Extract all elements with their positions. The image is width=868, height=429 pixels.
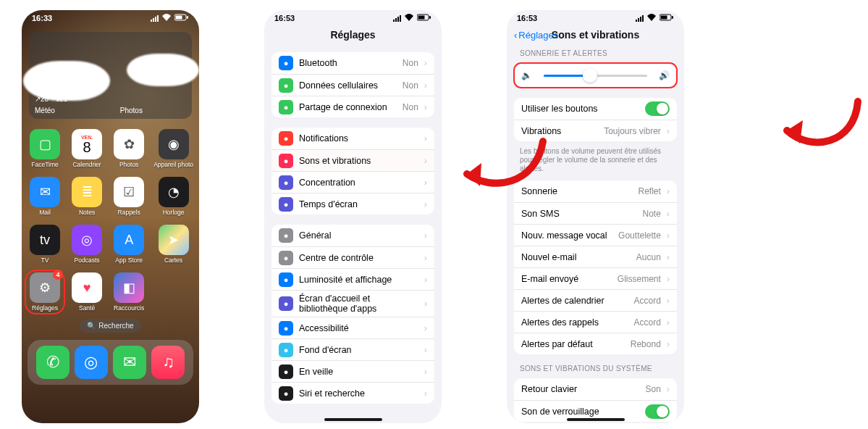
settings-row-e-mail-envoy-[interactable]: E-mail envoyéGlissement› <box>514 267 677 289</box>
settings-row-alertes-de-calendrier[interactable]: Alertes de calendrierAccord› <box>514 289 677 311</box>
settings-row-partage-de-connexion[interactable]: ●Partage de connexionNon› <box>271 96 434 117</box>
row-value: Gouttelette <box>618 230 661 241</box>
svg-rect-2 <box>187 16 188 19</box>
signal-icon <box>151 15 159 22</box>
app-app-store[interactable]: AApp Store <box>111 225 146 264</box>
photos-widget-label: Photos <box>120 107 143 115</box>
settings-group-connectivity: ●BluetoothNon›●Données cellulairesNon›●P… <box>271 52 434 117</box>
app-horloge[interactable]: ◔Horloge <box>153 177 193 216</box>
phone-icon[interactable]: ✆ <box>36 346 69 379</box>
app-raccourcis[interactable]: ◧Raccourcis <box>111 272 146 312</box>
app-notes[interactable]: ≣Notes <box>69 177 104 216</box>
use-buttons-toggle[interactable] <box>645 101 670 116</box>
row-value: Non <box>403 80 418 91</box>
apps-icon: ● <box>279 296 293 311</box>
row-label: Notifications <box>299 133 418 143</box>
settings-row-alertes-des-rappels[interactable]: Alertes des rappelsAccord› <box>514 311 677 333</box>
app-facetime[interactable]: ▢FaceTime <box>28 129 62 168</box>
app-mail[interactable]: ✉︎Mail <box>28 177 62 216</box>
home-search[interactable]: 🔍 Recherche <box>80 319 140 333</box>
settings-row-concentration[interactable]: ●Concentration› <box>271 171 434 193</box>
app-label: Santé <box>79 304 95 312</box>
chevron-right-icon: › <box>424 345 427 355</box>
settings-row-siri-et-recherche[interactable]: ●Siri et recherche› <box>271 382 434 404</box>
app-rappels[interactable]: ☑︎Rappels <box>111 177 146 216</box>
row-label: Luminosité et affichage <box>299 275 418 285</box>
back-button[interactable]: ‹ Réglages <box>514 30 558 41</box>
ringer-options-group: Utiliser les boutons Vibrations Toujours… <box>514 98 677 141</box>
vibrations-value: Toujours vibrer <box>604 126 661 136</box>
chevron-right-icon: › <box>424 230 427 241</box>
settings-row-accessibilit-[interactable]: ●Accessibilité› <box>271 317 434 338</box>
app-icon: ➤ <box>159 225 189 255</box>
app-tv[interactable]: tvTV <box>28 225 62 264</box>
settings-row-nouv-message-vocal[interactable]: Nouv. message vocalGouttelette› <box>514 224 677 246</box>
app-r-glages[interactable]: ⚙︎4Réglages <box>28 272 62 312</box>
svg-rect-4 <box>418 16 425 20</box>
safari-icon[interactable]: ◎ <box>75 346 108 379</box>
chevron-right-icon: › <box>424 178 427 188</box>
settings-row-en-veille[interactable]: ●En veille› <box>271 360 434 382</box>
settings-row-donn-es-cellulaires[interactable]: ●Données cellulairesNon› <box>271 74 434 96</box>
vibrations-row[interactable]: Vibrations Toujours vibrer › <box>514 120 677 141</box>
wifi-icon <box>404 14 414 22</box>
app-podcasts[interactable]: ◎Podcasts <box>69 225 104 264</box>
chevron-right-icon: › <box>667 296 670 306</box>
chevron-right-icon: › <box>424 156 427 166</box>
row-label: Écran d'accueil et bibliothèque d'apps <box>299 293 418 314</box>
weather-widget[interactable]: Nuageux ↗28° ↘21° Météo Photos <box>29 32 192 119</box>
row-value: Accord <box>633 296 660 306</box>
row-value: Non <box>403 102 418 112</box>
use-buttons-row[interactable]: Utiliser les boutons <box>514 98 677 120</box>
app-label: Cartes <box>164 257 182 264</box>
sounds-detail-phone: 16:53 ‹ Réglages Sons et vibrations SONN… <box>507 10 684 423</box>
app-photos[interactable]: ✿Photos <box>111 129 146 168</box>
row-toggle[interactable] <box>645 404 670 419</box>
app-label: Appareil photo <box>153 161 193 168</box>
home-indicator[interactable] <box>324 418 382 421</box>
ringer-volume-slider[interactable]: 🔈 🔊 <box>514 63 677 88</box>
music-icon[interactable]: ♫ <box>151 346 185 379</box>
settings-row-son-sms[interactable]: Son SMSNote› <box>514 202 677 224</box>
settings-row-nouvel-e-mail[interactable]: Nouvel e-mailAucun› <box>514 246 677 267</box>
settings-row-temps-d-cran[interactable]: ●Temps d'écran› <box>271 193 434 214</box>
settings-row-sons-et-vibrations[interactable]: ●Sons et vibrations› <box>271 149 434 171</box>
row-label: Concentration <box>299 178 418 188</box>
volume-slider-track[interactable] <box>544 75 647 77</box>
row-label: Siri et recherche <box>299 388 418 399</box>
settings-row-alertes-par-d-faut[interactable]: Alertes par défautRebond› <box>514 333 677 354</box>
row-label: Données cellulaires <box>299 80 397 91</box>
chevron-right-icon: › <box>667 317 670 328</box>
settings-row-g-n-ral[interactable]: ●Général› <box>271 225 434 246</box>
settings-row-centre-de-contr-le[interactable]: ●Centre de contrôle› <box>271 246 434 268</box>
app-icon: ✿ <box>114 129 144 159</box>
weather-temps: ↗28° ↘21° <box>35 95 143 104</box>
row-label: Temps d'écran <box>299 199 418 209</box>
settings-row-retour-clavier[interactable]: Retour clavierSon› <box>514 378 677 400</box>
app-cartes[interactable]: ➤Cartes <box>153 225 193 264</box>
chevron-right-icon: › <box>667 252 670 262</box>
settings-row-notifications[interactable]: ●Notifications› <box>271 128 434 149</box>
settings-row-bluetooth[interactable]: ●BluetoothNon› <box>271 52 434 74</box>
app-appareil-photo[interactable]: ◉Appareil photo <box>153 129 193 168</box>
app-sant-[interactable]: ♥︎Santé <box>69 272 104 312</box>
hourglass-icon: ● <box>279 197 293 212</box>
settings-row-sonnerie[interactable]: SonnerieReflet› <box>514 180 677 202</box>
svg-rect-5 <box>429 16 431 19</box>
wifi-icon <box>161 14 172 22</box>
settings-group-general: ●Général›●Centre de contrôle›●Luminosité… <box>271 225 434 404</box>
siri-icon: ● <box>279 386 293 401</box>
settings-row-luminosit-et-affichage[interactable]: ●Luminosité et affichage› <box>271 268 434 290</box>
chevron-right-icon: › <box>424 102 427 112</box>
row-label: Alertes de calendrier <box>521 296 628 306</box>
row-label: Bluetooth <box>299 58 397 68</box>
chevron-left-icon: ‹ <box>514 30 517 41</box>
app-calendrier[interactable]: VEN.8Calendrier <box>69 129 104 168</box>
home-indicator[interactable] <box>567 418 625 421</box>
row-label: Sonnerie <box>521 186 632 196</box>
app-label: FaceTime <box>31 161 58 168</box>
settings-row--cran-d-accueil-et-biblioth-que-d-apps[interactable]: ●Écran d'accueil et bibliothèque d'apps› <box>271 290 434 317</box>
settings-row-fond-d-cran[interactable]: ●Fond d'écran› <box>271 338 434 360</box>
row-value: Rebond <box>631 339 661 349</box>
messages-icon[interactable]: ✉︎ <box>113 346 146 379</box>
